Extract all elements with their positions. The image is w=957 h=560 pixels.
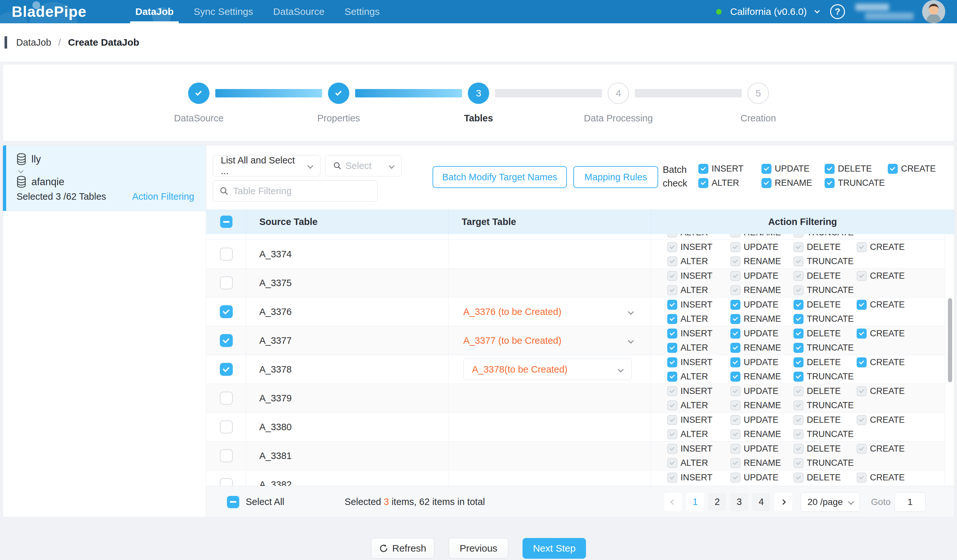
action-checkbox-column: UPDATERENAME bbox=[730, 241, 793, 267]
truncate-checkbox[interactable] bbox=[824, 178, 835, 188]
mapping-rules-button[interactable]: Mapping Rules bbox=[573, 166, 658, 188]
step-tables: 3 Tables bbox=[468, 82, 489, 124]
refresh-button[interactable]: Refresh bbox=[371, 538, 434, 559]
action-label: TRUNCATE bbox=[807, 285, 854, 295]
row-select-checkbox[interactable] bbox=[220, 334, 233, 347]
list-mode-select[interactable]: List All and Select ... bbox=[213, 155, 321, 177]
target-table-select[interactable]: A_3376 (to be Created) bbox=[449, 306, 651, 317]
breadcrumb-parent[interactable]: DataJob bbox=[16, 37, 51, 48]
insert-checkbox[interactable] bbox=[667, 300, 677, 310]
truncate-checkbox[interactable] bbox=[793, 372, 804, 382]
schema-select-placeholder: Select bbox=[346, 161, 372, 171]
nav-item-settings[interactable]: Settings bbox=[344, 0, 379, 23]
goto-page-input[interactable] bbox=[894, 492, 925, 512]
action-label: TRUNCATE bbox=[807, 234, 854, 238]
schema-select[interactable]: Select bbox=[325, 155, 402, 177]
row-select-checkbox[interactable] bbox=[220, 276, 233, 289]
schema-mapping-item[interactable]: lly afanqie Selected 3 /62 Tables Action… bbox=[3, 145, 206, 211]
action-filtering-link[interactable]: Action Filtering bbox=[132, 191, 194, 202]
rename-checkbox[interactable] bbox=[730, 343, 741, 353]
action-label: INSERT bbox=[681, 444, 712, 454]
action-checkbox-item: UPDATE bbox=[761, 163, 824, 175]
truncate-checkbox bbox=[793, 458, 804, 468]
rename-checkbox[interactable] bbox=[730, 372, 741, 382]
target-table-name: A_3376 (to be Created) bbox=[463, 306, 561, 317]
source-table-name: A_3376 bbox=[259, 306, 292, 317]
alter-checkbox[interactable] bbox=[667, 343, 677, 353]
action-checkbox-item: CREATE bbox=[857, 299, 920, 311]
next-step-button[interactable]: Next Step bbox=[523, 538, 586, 559]
table-row: A_3378 A_3378(to be Created) INSERTALTER… bbox=[206, 355, 945, 384]
row-select-checkbox[interactable] bbox=[220, 478, 233, 486]
tables-panel: List All and Select ... Select Batch Mod… bbox=[206, 145, 954, 517]
rename-checkbox[interactable] bbox=[730, 314, 741, 324]
create-checkbox[interactable] bbox=[857, 328, 867, 339]
user-avatar[interactable] bbox=[922, 0, 945, 23]
target-table-select[interactable]: A_3378(to be Created) bbox=[463, 359, 632, 380]
insert-checkbox[interactable] bbox=[698, 164, 708, 174]
alter-checkbox bbox=[667, 458, 677, 468]
batch-modify-target-names-button[interactable]: Batch Modify Target Names bbox=[433, 166, 567, 188]
previous-button[interactable]: Previous bbox=[449, 538, 508, 559]
target-table-cell: A_3377 (to be Created) bbox=[449, 326, 651, 355]
action-checkbox-column: DELETETRUNCATE bbox=[824, 163, 888, 190]
alter-checkbox[interactable] bbox=[667, 314, 677, 324]
delete-checkbox[interactable] bbox=[793, 357, 804, 368]
page-size-select[interactable]: 20 /page bbox=[801, 492, 860, 512]
update-checkbox[interactable] bbox=[730, 300, 741, 310]
row-select-checkbox[interactable] bbox=[220, 305, 233, 318]
vertical-scrollbar[interactable] bbox=[948, 298, 952, 382]
next-page-button[interactable] bbox=[774, 493, 792, 511]
action-label: CREATE bbox=[870, 328, 905, 339]
delete-checkbox[interactable] bbox=[793, 300, 804, 310]
prev-page-button[interactable] bbox=[664, 493, 682, 511]
create-checkbox[interactable] bbox=[857, 300, 867, 310]
row-select-checkbox[interactable] bbox=[220, 449, 233, 462]
nav-item-datasource[interactable]: DataSource bbox=[273, 0, 324, 23]
help-icon[interactable]: ? bbox=[830, 4, 845, 19]
row-select-checkbox[interactable] bbox=[220, 421, 233, 434]
row-select-checkbox[interactable] bbox=[220, 363, 233, 376]
action-label: ALTER bbox=[712, 178, 739, 188]
truncate-checkbox[interactable] bbox=[793, 343, 804, 353]
action-label: ALTER bbox=[681, 458, 708, 468]
row-select-checkbox[interactable] bbox=[220, 248, 233, 260]
chevron-down-icon[interactable] bbox=[815, 8, 820, 14]
action-checkbox-column: UPDATERENAME bbox=[730, 472, 793, 486]
page-button-3[interactable]: 3 bbox=[730, 493, 748, 511]
update-checkbox[interactable] bbox=[730, 328, 741, 339]
alter-checkbox bbox=[667, 234, 677, 238]
create-checkbox[interactable] bbox=[888, 164, 898, 174]
delete-checkbox[interactable] bbox=[793, 328, 804, 339]
action-label: ALTER bbox=[681, 285, 708, 295]
action-label: ALTER bbox=[681, 372, 708, 382]
page-button-1[interactable]: 1 bbox=[686, 493, 704, 511]
truncate-checkbox[interactable] bbox=[793, 314, 804, 324]
nav-item-datajob[interactable]: DataJob bbox=[135, 0, 174, 23]
page-button-4[interactable]: 4 bbox=[752, 493, 770, 511]
create-checkbox[interactable] bbox=[857, 357, 867, 368]
action-checkbox-column: CREATE bbox=[857, 414, 920, 440]
action-label: RENAME bbox=[744, 234, 781, 238]
select-all-header-checkbox[interactable] bbox=[220, 216, 232, 228]
insert-checkbox[interactable] bbox=[667, 328, 677, 339]
alter-checkbox[interactable] bbox=[667, 372, 677, 382]
check-icon bbox=[335, 89, 341, 96]
nav-item-sync-settings[interactable]: Sync Settings bbox=[194, 0, 253, 23]
page-button-2[interactable]: 2 bbox=[708, 493, 726, 511]
target-table-select[interactable]: A_3377 (to be Created) bbox=[449, 335, 651, 346]
alter-checkbox[interactable] bbox=[698, 178, 708, 188]
select-all-footer-checkbox[interactable] bbox=[227, 496, 239, 508]
table-filter-input[interactable] bbox=[233, 186, 371, 197]
action-checkbox-column: INSERTALTER bbox=[667, 299, 730, 325]
insert-checkbox[interactable] bbox=[667, 357, 677, 368]
update-checkbox[interactable] bbox=[761, 164, 772, 174]
update-checkbox[interactable] bbox=[730, 357, 741, 368]
rename-checkbox[interactable] bbox=[761, 178, 772, 188]
action-checkbox-column: CREATE bbox=[857, 299, 920, 325]
row-select-checkbox[interactable] bbox=[220, 392, 233, 405]
source-table-name: A_3380 bbox=[259, 422, 292, 432]
env-selector[interactable]: California (v0.6.0) bbox=[730, 6, 807, 17]
action-checkbox-item: DELETE bbox=[793, 443, 857, 454]
delete-checkbox[interactable] bbox=[824, 164, 835, 174]
